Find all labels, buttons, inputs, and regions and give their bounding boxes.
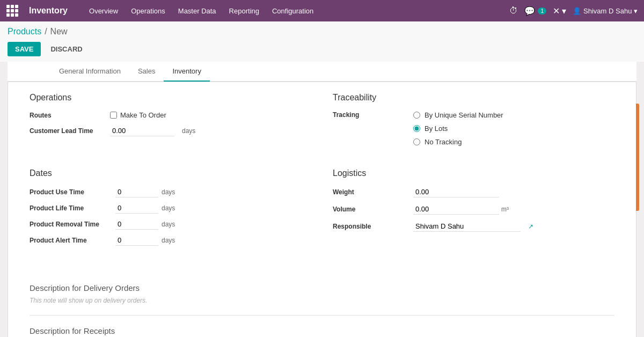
weight-row: Weight (333, 187, 614, 197)
product-use-time-row: Product Use Time days (30, 187, 311, 197)
breadcrumb-products-link[interactable]: Products (8, 27, 41, 36)
receipts-description-section: Description for Receipts This note will … (30, 326, 614, 337)
traceability-section: Traceability Tracking By Unique Serial N… (333, 93, 614, 152)
tracking-serial-label: By Unique Serial Number (425, 111, 503, 119)
weight-label: Weight (333, 188, 408, 196)
delivery-orders-description-section: Description for Delivery Orders This not… (30, 283, 614, 304)
delivery-orders-description-title: Description for Delivery Orders (30, 283, 614, 292)
content-wrapper: General Information Sales Inventory Oper… (0, 62, 644, 337)
product-use-time-input[interactable] (115, 187, 158, 197)
product-removal-time-row: Product Removal Time days (30, 219, 311, 230)
make-to-order-checkbox[interactable] (110, 112, 117, 119)
tracking-option-none[interactable]: No Tracking (413, 138, 503, 146)
delivery-orders-description-note: This note will show up on delivery order… (30, 297, 614, 304)
product-life-time-unit: days (162, 204, 175, 212)
tabs-bar: General Information Sales Inventory (8, 62, 636, 82)
tab-inventory[interactable]: Inventory (164, 62, 209, 82)
product-life-time-label: Product Life Time (30, 204, 115, 212)
grid-menu-icon[interactable] (6, 5, 18, 17)
responsible-input[interactable] (413, 221, 521, 232)
tracking-radio-serial[interactable] (413, 112, 420, 119)
form-card: Operations Routes Make To Order Customer… (8, 82, 636, 337)
weight-input[interactable] (413, 187, 499, 197)
traceability-title: Traceability (333, 93, 614, 102)
tracking-none-label: No Tracking (425, 138, 462, 146)
save-button[interactable]: SAVE (8, 42, 41, 56)
product-removal-time-unit: days (162, 221, 175, 228)
logistics-section: Logistics Weight Volume m³ Responsible ↗ (333, 169, 614, 267)
app-brand: Inventory (29, 6, 68, 16)
menu-reporting[interactable]: Reporting (224, 4, 265, 18)
make-to-order-checkbox-wrapper: Make To Order (110, 111, 166, 119)
menu-operations[interactable]: Operations (126, 4, 171, 18)
routes-label: Routes (30, 112, 105, 119)
tab-general-information[interactable]: General Information (50, 62, 129, 82)
breadcrumb: Products / New (0, 21, 644, 39)
tab-sales[interactable]: Sales (129, 62, 164, 82)
receipts-description-title: Description for Receipts (30, 326, 614, 335)
customer-lead-time-label: Customer Lead Time (30, 127, 105, 135)
breadcrumb-current: New (50, 27, 68, 36)
product-life-time-input[interactable] (115, 203, 158, 214)
dates-section: Dates Product Use Time days Product Life… (30, 169, 311, 251)
bottom-section: Dates Product Use Time days Product Life… (30, 169, 614, 267)
tracking-row: Tracking By Unique Serial Number By Lots (333, 111, 614, 146)
operations-section: Operations Routes Make To Order Customer… (30, 93, 311, 152)
menu-masterdata[interactable]: Master Data (173, 4, 222, 18)
operations-title: Operations (30, 93, 311, 102)
logistics-title: Logistics (333, 169, 614, 178)
product-use-time-label: Product Use Time (30, 188, 115, 196)
dates-title: Dates (30, 169, 311, 178)
customer-lead-time-unit: days (182, 127, 195, 135)
tracking-lots-label: By Lots (425, 124, 448, 133)
tracking-label: Tracking (333, 111, 408, 119)
product-alert-time-label: Product Alert Time (30, 237, 115, 244)
volume-input[interactable] (413, 204, 499, 215)
discard-button[interactable]: DISCARD (45, 42, 87, 56)
menu-configuration[interactable]: Configuration (267, 4, 319, 18)
product-alert-time-unit: days (162, 237, 175, 244)
responsible-label: Responsible (333, 223, 408, 230)
clock-icon[interactable]: ⏱ (509, 6, 518, 16)
tracking-option-serial[interactable]: By Unique Serial Number (413, 111, 503, 119)
responsible-row: Responsible ↗ (333, 221, 614, 232)
tracking-option-lots[interactable]: By Lots (413, 124, 503, 133)
action-bar: SAVE DISCARD (0, 39, 644, 62)
volume-label: Volume (333, 206, 408, 213)
top-section: Operations Routes Make To Order Customer… (30, 93, 614, 152)
product-alert-time-row: Product Alert Time days (30, 235, 311, 246)
customer-lead-time-input[interactable] (110, 126, 174, 136)
tracking-radio-lots[interactable] (413, 125, 420, 132)
menu-overview[interactable]: Overview (84, 4, 123, 18)
volume-value-unit: m³ (413, 204, 509, 215)
routes-row: Routes Make To Order (30, 111, 311, 119)
customer-lead-time-row: Customer Lead Time days (30, 126, 311, 136)
notification-badge: 1 (538, 8, 546, 14)
description-divider (30, 315, 614, 316)
external-link-icon[interactable]: ↗ (528, 223, 533, 230)
product-removal-time-input[interactable] (115, 219, 158, 230)
breadcrumb-separator: / (45, 27, 47, 36)
user-menu[interactable]: 👤 Shivam D Sahu ▾ (573, 7, 638, 15)
product-removal-time-label: Product Removal Time (30, 221, 115, 228)
make-to-order-label: Make To Order (120, 111, 166, 119)
product-use-time-unit: days (162, 188, 175, 196)
volume-row: Volume m³ (333, 204, 614, 215)
chat-icon[interactable]: 💬1 (524, 6, 546, 16)
product-life-time-row: Product Life Time days (30, 203, 311, 214)
tracking-radio-group: By Unique Serial Number By Lots No Track… (413, 111, 503, 146)
close-icon[interactable]: ✕ ▾ (553, 6, 566, 16)
side-accent-bar (636, 104, 639, 211)
navbar: Inventory Overview Operations Master Dat… (0, 0, 644, 21)
navbar-right: ⏱ 💬1 ✕ ▾ 👤 Shivam D Sahu ▾ (509, 6, 638, 16)
main-menu: Overview Operations Master Data Reportin… (84, 4, 499, 18)
tracking-radio-none[interactable] (413, 138, 420, 145)
product-alert-time-input[interactable] (115, 235, 158, 246)
volume-unit: m³ (501, 206, 509, 213)
